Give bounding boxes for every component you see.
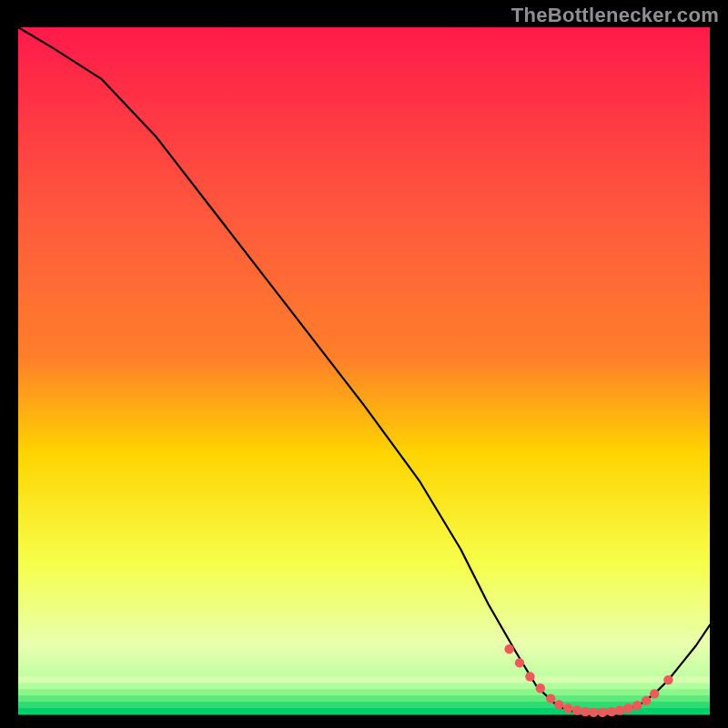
data-marker	[663, 675, 672, 684]
data-marker	[623, 703, 632, 713]
chart-frame: TheBottlenecker.com	[0, 0, 728, 728]
data-marker	[607, 707, 616, 716]
data-marker	[525, 672, 534, 681]
green-band	[18, 689, 710, 695]
data-marker	[504, 644, 513, 653]
plot-area	[18, 27, 710, 714]
green-band	[18, 695, 710, 702]
green-band	[18, 702, 710, 708]
data-marker	[572, 705, 581, 714]
attribution-text: TheBottlenecker.com	[511, 4, 719, 27]
data-marker	[581, 707, 590, 716]
data-marker	[563, 703, 572, 713]
data-marker	[642, 696, 651, 705]
data-marker	[598, 708, 607, 717]
data-marker	[615, 705, 624, 714]
green-band	[18, 676, 710, 682]
data-marker	[554, 700, 563, 709]
bottleneck-curve-chart	[0, 0, 728, 728]
green-band	[18, 682, 710, 689]
data-marker	[632, 701, 642, 710]
data-marker	[515, 658, 524, 667]
data-marker	[589, 708, 598, 717]
data-marker	[536, 683, 545, 693]
data-marker	[650, 689, 659, 698]
data-marker	[546, 693, 555, 703]
